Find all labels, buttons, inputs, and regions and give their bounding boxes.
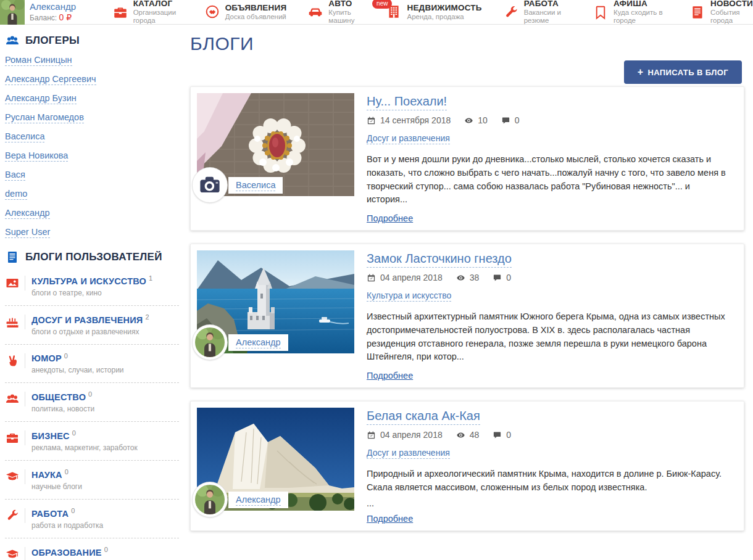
category-count: 0 <box>104 546 108 553</box>
nav-subtitle: Купить машину <box>328 9 365 24</box>
list-item: Александр Бузин <box>5 93 179 104</box>
nav-title: РАБОТА <box>524 0 572 9</box>
divider <box>5 538 179 538</box>
nav-item-rabota[interactable]: РАБОТА Вакансии и резюме <box>503 0 572 25</box>
author-link[interactable]: Александр <box>236 337 281 348</box>
author-link[interactable]: Васелиса <box>236 180 275 191</box>
nav-item-obyavleniya[interactable]: ОБЪЯВЛЕНИЯ Доска объявлений <box>204 4 287 20</box>
category-item-rabota[interactable]: РАБОТА0 работа и подработка <box>5 503 179 534</box>
nav-item-novosti[interactable]: НОВОСТИ События города <box>689 0 753 25</box>
user-avatar[interactable] <box>0 0 25 25</box>
user-name-link[interactable]: Александр <box>30 1 76 12</box>
category-link[interactable]: КУЛЬТУРА И ИСКУССТВО1 <box>31 276 152 286</box>
plus-icon: + <box>638 67 644 77</box>
post-comments: 0 <box>506 430 511 440</box>
camera-icon[interactable] <box>193 168 227 202</box>
nav-title: АВТО <box>328 0 365 9</box>
blogger-link[interactable]: Александр Бузин <box>5 93 77 104</box>
post-title-link[interactable]: Ну... Поехали! <box>367 94 447 110</box>
list-item: Александр <box>5 207 179 218</box>
category-link[interactable]: ОБРАЗОВАНИЕ0 <box>31 548 108 558</box>
blogger-link[interactable]: demo <box>5 189 27 200</box>
blogger-link[interactable]: Александр <box>5 208 50 219</box>
category-link[interactable]: НАУКА0 <box>31 470 69 480</box>
calendar-icon <box>367 273 376 282</box>
comment-icon <box>501 116 510 125</box>
post-category-link[interactable]: Культура и искусство <box>367 290 451 302</box>
post-image[interactable]: Васелиса <box>197 93 354 196</box>
nav-item-katalog[interactable]: КАТАЛОГ Организации города <box>112 0 183 25</box>
wrench-icon <box>503 4 519 20</box>
graduation-cap-icon <box>5 547 25 560</box>
post-title-link[interactable]: Белая скала Ак-Кая <box>367 409 480 425</box>
nav-item-nedvizhimost[interactable]: НЕДВИЖИМОСТЬ Аренда, продажа <box>386 4 481 20</box>
category-link[interactable]: РАБОТА0 <box>31 509 75 519</box>
sidebar: БЛОГЕРЫ Роман Синицын Александр Сергееви… <box>0 25 185 560</box>
nav-title: НЕДВИЖИМОСТЬ <box>407 4 481 13</box>
category-item-yumor[interactable]: ЮМОР0 анекдоты, случаи, истории <box>5 348 179 379</box>
post-date: 04 апреля 2018 <box>380 430 443 440</box>
post-image[interactable]: Александр <box>197 250 354 353</box>
main-nav: КАТАЛОГ Организации города ОБЪЯВЛЕНИЯ До… <box>105 0 753 25</box>
user-blogs-title: БЛОГИ ПОЛЬЗОВАТЕЛЕЙ <box>25 251 162 263</box>
read-more-link[interactable]: Подробнее <box>367 213 413 223</box>
list-item: Руслан Магомедов <box>5 112 179 123</box>
category-link[interactable]: ОБЩЕСТВО0 <box>31 392 92 402</box>
post-title-link[interactable]: Замок Ласточкино гнездо <box>367 252 512 268</box>
list-item: Васелиса <box>5 131 179 142</box>
blogger-link[interactable]: Александр Сергеевич <box>5 74 96 85</box>
list-item: Роман Синицын <box>5 54 179 65</box>
write-blog-button[interactable]: + НАПИСАТЬ В БЛОГ <box>624 60 742 84</box>
post-views: 48 <box>470 430 480 440</box>
category-item-dosug[interactable]: ДОСУГ И РАЗВЛЕЧЕНИЯ2 блоги о отдыхе и ра… <box>5 310 179 340</box>
author-avatar[interactable] <box>193 482 227 517</box>
category-link[interactable]: БИЗНЕС0 <box>31 431 76 441</box>
category-link[interactable]: ЮМОР0 <box>31 353 68 363</box>
category-count: 0 <box>65 468 69 476</box>
post-excerpt: Известный архитектурный памятник Южного … <box>367 310 728 364</box>
category-link[interactable]: ДОСУГ И РАЗВЛЕЧЕНИЯ2 <box>31 315 149 325</box>
category-item-biznes[interactable]: БИЗНЕС0 реклама, маркетинг, заработок <box>5 426 179 456</box>
post-comments: 0 <box>515 115 520 125</box>
read-more-link[interactable]: Подробнее <box>367 371 413 381</box>
nav-title: АФИША <box>614 0 668 9</box>
author-avatar[interactable] <box>193 325 227 360</box>
victory-hand-icon <box>5 353 25 368</box>
blogger-link[interactable]: Вера Новикова <box>5 150 68 162</box>
user-photo-icon <box>0 0 25 25</box>
calendar-icon <box>367 116 376 125</box>
calendar-icon <box>367 430 376 440</box>
blogger-link[interactable]: Васелиса <box>5 131 44 142</box>
post-category-link[interactable]: Досуг и развлечения <box>367 133 450 144</box>
blogger-link[interactable]: Super User <box>5 227 50 238</box>
category-item-obschestvo[interactable]: ОБЩЕСТВО0 политика, новости <box>5 387 179 418</box>
post-category-link[interactable]: Досуг и развлечения <box>367 448 450 459</box>
picture-icon <box>5 276 25 290</box>
blogger-link[interactable]: Руслан Магомедов <box>5 112 84 123</box>
news-icon <box>689 4 705 20</box>
nav-item-afisha[interactable]: АФИША Куда сходить в городе <box>593 0 668 25</box>
post-image[interactable]: Александр <box>197 408 354 511</box>
bloggers-title: БЛОГЕРЫ <box>25 35 80 47</box>
author-name-label: Александр <box>228 492 288 508</box>
blog-post-card: Александр Белая скала Ак-Кая 04 апреля 2… <box>190 401 744 531</box>
post-date: 14 сентября 2018 <box>380 115 451 125</box>
author-link[interactable]: Александр <box>236 495 281 506</box>
top-bar: Александр Баланс: 0 ₽ КАТАЛОГ Организаци… <box>0 0 753 25</box>
nav-subtitle: События города <box>710 9 753 24</box>
nav-item-avto[interactable]: АВТО Купить машину new <box>307 0 365 25</box>
divider <box>5 421 179 422</box>
wrench-icon <box>5 508 25 523</box>
author-overlay: Васелиса <box>193 168 283 202</box>
category-item-kultura[interactable]: КУЛЬТУРА И ИСКУССТВО1 блоги о театре, ки… <box>5 271 179 302</box>
blogger-link[interactable]: Роман Синицын <box>5 55 72 66</box>
bloggers-list: Роман Синицын Александр Сергеевич Алекса… <box>5 54 179 237</box>
nav-subtitle: Организации города <box>133 9 183 24</box>
category-item-obrazovanie[interactable]: ОБРАЗОВАНИЕ0 блоги об образовании <box>5 542 179 560</box>
category-desc: реклама, маркетинг, заработок <box>31 443 138 452</box>
blogger-link[interactable]: Вася <box>5 170 25 181</box>
read-more-link[interactable]: Подробнее <box>367 514 413 524</box>
category-item-nauka[interactable]: НАУКА0 научные блоги <box>5 464 179 495</box>
category-desc: анекдоты, случаи, истории <box>31 366 124 374</box>
main-content: БЛОГИ + НАПИСАТЬ В БЛОГ <box>185 25 753 544</box>
